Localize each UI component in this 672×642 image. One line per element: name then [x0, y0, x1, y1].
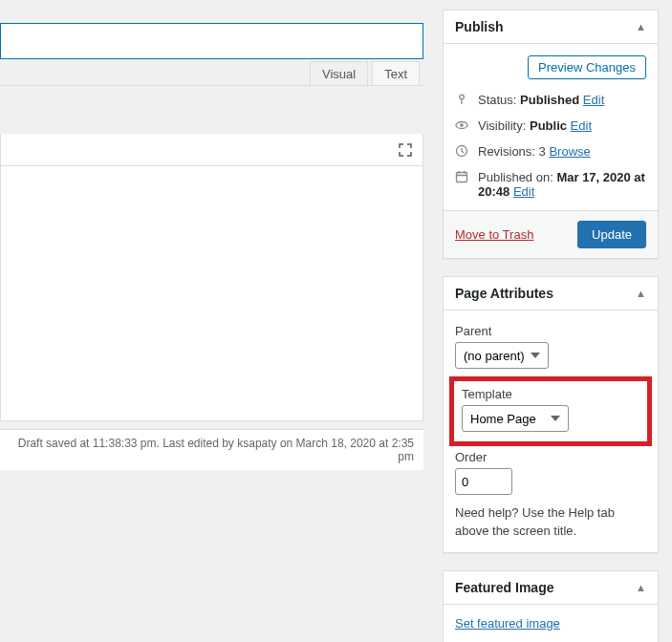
eye-icon [455, 118, 470, 132]
collapse-icon: ▲ [636, 21, 646, 32]
parent-select[interactable]: (no parent) [455, 342, 549, 369]
status-line: Status: Published Edit [444, 87, 658, 113]
edit-date-link[interactable]: Edit [513, 184, 534, 199]
fullscreen-icon[interactable] [398, 142, 413, 158]
pin-icon [455, 93, 470, 106]
calendar-icon [455, 170, 470, 183]
order-label: Order [455, 450, 646, 464]
browse-revisions-link[interactable]: Browse [549, 144, 590, 159]
editor-wrapper: Visual Text Draft saved at 11:38:33 pm. … [0, 59, 423, 470]
visibility-line: Visibility: Public Edit [444, 113, 658, 139]
editor-footer-status: Draft saved at 11:38:33 pm. Last edited … [0, 429, 423, 470]
collapse-icon: ▲ [636, 582, 646, 593]
sidebar: Publish ▲ Preview Changes Status: Publis… [443, 10, 659, 629]
svg-rect-4 [457, 173, 467, 182]
visibility-label: Visibility: [478, 118, 526, 133]
editor-toolbar [1, 134, 423, 166]
move-to-trash-link[interactable]: Move to Trash [455, 227, 533, 242]
template-highlight: Template Home Page [449, 376, 652, 446]
tab-visual[interactable]: Visual [310, 61, 368, 85]
parent-label: Parent [455, 324, 646, 338]
preview-changes-button[interactable]: Preview Changes [528, 55, 646, 79]
post-title-input[interactable] [0, 23, 423, 59]
publish-box-title: Publish [455, 19, 504, 34]
revisions-label: Revisions: [478, 144, 535, 159]
template-select[interactable]: Home Page [462, 405, 569, 432]
edit-visibility-link[interactable]: Edit [571, 118, 592, 133]
tab-text[interactable]: Text [372, 61, 420, 85]
status-value: Published [520, 93, 579, 107]
svg-point-2 [460, 123, 464, 127]
published-line: Published on: Mar 17, 2020 at 20:48 Edit [444, 164, 658, 210]
publish-box-header[interactable]: Publish ▲ [444, 11, 658, 44]
revisions-value: 3 [539, 144, 546, 159]
editor-tabs: Visual Text [0, 59, 423, 86]
edit-status-link[interactable]: Edit [583, 93, 604, 107]
revisions-line: Revisions: 3 Browse [444, 139, 658, 164]
editor-column: Visual Text Draft saved at 11:38:33 pm. … [0, 10, 423, 629]
page-attributes-box: Page Attributes ▲ Parent (no parent) Tem… [443, 276, 659, 553]
set-featured-image-link[interactable]: Set featured image [455, 616, 560, 631]
publish-box: Publish ▲ Preview Changes Status: Publis… [443, 10, 659, 259]
status-label: Status: [478, 93, 516, 107]
featured-image-box: Featured Image ▲ Set featured image [443, 570, 659, 642]
revisions-icon [455, 144, 470, 158]
attributes-help-text: Need help? Use the Help tab above the sc… [455, 504, 646, 541]
order-input[interactable] [455, 468, 512, 495]
visibility-value: Public [530, 118, 567, 133]
template-label: Template [462, 387, 639, 401]
featured-image-title: Featured Image [455, 580, 553, 595]
collapse-icon: ▲ [636, 288, 646, 299]
page-attributes-title: Page Attributes [455, 286, 553, 301]
featured-image-header[interactable]: Featured Image ▲ [444, 571, 658, 605]
page-attributes-header[interactable]: Page Attributes ▲ [444, 277, 658, 310]
update-button[interactable]: Update [577, 221, 646, 248]
editor-content[interactable] [1, 166, 423, 420]
published-label: Published on: [478, 170, 553, 184]
publish-actions: Move to Trash Update [444, 210, 658, 258]
svg-point-0 [460, 95, 465, 99]
